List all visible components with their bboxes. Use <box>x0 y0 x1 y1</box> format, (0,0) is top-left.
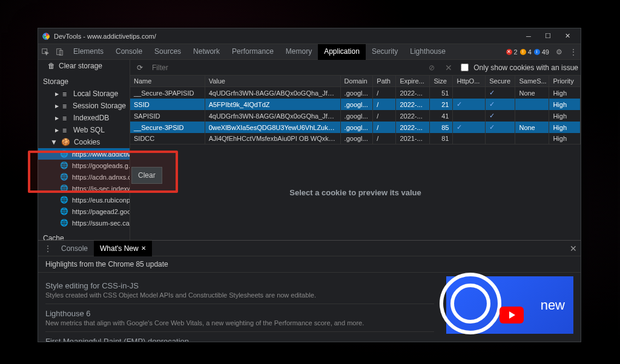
cell-name: SSID <box>130 99 205 110</box>
column-size[interactable]: Size <box>430 76 453 87</box>
cell-same <box>515 133 549 144</box>
column-expire[interactable]: Expire... <box>396 76 430 87</box>
tab-security[interactable]: Security <box>366 44 404 60</box>
column-domain[interactable]: Domain <box>340 76 373 87</box>
error-count: 2 <box>514 48 518 56</box>
video-thumbnail[interactable]: new <box>446 276 573 334</box>
column-value[interactable]: Value <box>205 76 340 87</box>
news-title: Style editing for CSS-in-JS <box>45 281 434 290</box>
cell-path: / <box>373 122 396 133</box>
storage-section[interactable]: Storage <box>38 76 130 88</box>
drawer-more-icon[interactable]: ⋮ <box>41 241 55 256</box>
cookie-origin[interactable]: 🌐 https://www.addictivet <box>38 148 130 160</box>
minimize-button[interactable]: ─ <box>519 29 538 44</box>
filter-input[interactable] <box>150 62 422 73</box>
cell-domain: .googl... <box>340 110 373 122</box>
delete-icon[interactable]: ✕ <box>441 60 456 75</box>
inspect-icon[interactable] <box>38 45 53 59</box>
tab-memory[interactable]: Memory <box>280 44 318 60</box>
only-issues-checkbox[interactable] <box>461 63 469 71</box>
column-sames[interactable]: SameS... <box>515 76 549 87</box>
cell-value: A5FPIbt9k_4IQdTdZ <box>205 99 340 110</box>
svg-point-7 <box>452 285 489 322</box>
column-path[interactable]: Path <box>373 76 396 87</box>
cell-priority: High <box>549 122 581 133</box>
cell-domain: .googl... <box>340 122 373 133</box>
cell-secure: ✓ <box>486 110 515 122</box>
cell-same <box>515 110 549 122</box>
cookie-origin[interactable]: 🌐 https://js-sec.indexww.c <box>38 183 130 194</box>
cookies-node[interactable]: ▼ 🍪 Cookies <box>38 136 130 148</box>
cache-section[interactable]: Cache <box>38 232 130 240</box>
column-priority[interactable]: Priority <box>549 76 581 87</box>
tab-performance[interactable]: Performance <box>226 44 280 60</box>
cell-priority: High <box>549 87 581 99</box>
drawer-close-icon[interactable]: ✕ <box>566 241 581 256</box>
news-item[interactable]: First Meaningful Paint (FMP) deprecation <box>45 332 434 342</box>
titlebar: DevTools - www.addictivetips.com/ ─ ☐ ✕ <box>38 28 581 44</box>
cookie-table-wrap: NameValueDomainPathExpire...SizeHttpO...… <box>130 76 581 144</box>
table-row[interactable]: SIDCCAJi4QfEhHCctVMsfexbAiu0PI OB WQxkNS… <box>130 133 581 144</box>
refresh-icon[interactable]: ⟳ <box>133 60 147 75</box>
column-httpo[interactable]: HttpO... <box>453 76 486 87</box>
cell-http: ✓ <box>453 99 486 110</box>
table-row[interactable]: __Secure-3PAPISID4qUDGrfn3WN-8AGG/ABQx0o… <box>130 87 581 99</box>
cell-size: 81 <box>430 133 453 144</box>
column-secure[interactable]: Secure <box>486 76 515 87</box>
table-row[interactable]: __Secure-3PSID0weXlBwXIa5esQDG8U3YewU6Vh… <box>130 122 581 133</box>
table-row[interactable]: SSIDA5FPIbt9k_4IQdTdZ.googl.../2022-...2… <box>130 99 581 110</box>
cell-size: 51 <box>430 87 453 99</box>
more-icon[interactable]: ⋮ <box>566 45 581 59</box>
settings-icon[interactable]: ⚙ <box>552 45 566 59</box>
tab-close-icon[interactable]: ✕ <box>141 245 146 252</box>
sidebar-item-session-storage[interactable]: ▸ ≡ Session Storage <box>38 100 130 112</box>
cookie-origin[interactable]: 🌐 https://googleads.g.do <box>38 160 130 171</box>
cell-domain: .googl... <box>340 133 373 144</box>
play-icon <box>500 307 524 323</box>
clear-filter-icon[interactable]: ⊘ <box>424 60 439 75</box>
info-indicator[interactable]: i49 <box>534 48 549 56</box>
device-icon[interactable] <box>53 45 67 59</box>
cell-expire: 2022-... <box>396 99 430 110</box>
cell-secure: ✓ <box>486 87 515 99</box>
cell-expire: 2022-... <box>396 87 430 99</box>
globe-icon: 🌐 <box>60 207 68 215</box>
close-button[interactable]: ✕ <box>558 29 577 44</box>
drawer-tab-what-s-new[interactable]: What's New✕ <box>94 241 152 256</box>
maximize-button[interactable]: ☐ <box>538 29 558 44</box>
column-name[interactable]: Name <box>130 76 205 87</box>
warning-indicator[interactable]: !4 <box>520 48 532 56</box>
sidebar-item-web-sql[interactable]: ▸ ≡ Web SQL <box>38 124 130 136</box>
tab-network[interactable]: Network <box>187 44 226 60</box>
main-toolbar: ElementsConsoleSourcesNetworkPerformance… <box>38 44 581 60</box>
cell-secure <box>486 133 515 144</box>
error-indicator[interactable]: ✕2 <box>506 48 518 56</box>
cell-path: / <box>373 87 396 99</box>
clear-storage[interactable]: 🗑Clear storage <box>38 60 130 72</box>
tab-elements[interactable]: Elements <box>67 44 110 60</box>
cookie-origin[interactable]: 🌐 https://acdn.adnxs.com <box>38 171 130 183</box>
chrome-icon <box>42 32 50 41</box>
cookie-origin[interactable]: 🌐 https://ssum-sec.casalem <box>38 217 130 229</box>
trash-icon: 🗑 <box>48 62 55 70</box>
tab-lighthouse[interactable]: Lighthouse <box>404 44 452 60</box>
drawer-tab-console[interactable]: Console <box>55 241 94 256</box>
cookie-origin[interactable]: 🌐 https://pagead2.googles <box>38 206 130 217</box>
sidebar-item-indexeddb[interactable]: ▸ ≡ IndexedDB <box>38 112 130 124</box>
db-icon: ≡ <box>62 102 69 109</box>
tab-sources[interactable]: Sources <box>148 44 187 60</box>
cell-path: / <box>373 99 396 110</box>
context-clear[interactable]: Clear <box>132 169 162 181</box>
news-item[interactable]: Style editing for CSS-in-JSStyles create… <box>45 276 434 304</box>
devtools-window: DevTools - www.addictivetips.com/ ─ ☐ ✕ … <box>38 28 581 342</box>
drawer-body: Style editing for CSS-in-JSStyles create… <box>38 273 581 342</box>
cookie-origin[interactable]: 🌐 https://eus.rubiconproje <box>38 194 130 206</box>
table-row[interactable]: SAPISID4qUDGrfn3WN-8AGG/ABQx0oGQha_JfR8D… <box>130 110 581 122</box>
drawer-tabbar: ⋮ ConsoleWhat's New✕ ✕ <box>38 241 581 256</box>
tab-console[interactable]: Console <box>110 44 148 60</box>
tab-application[interactable]: Application <box>318 44 366 60</box>
cell-size: 41 <box>430 110 453 122</box>
news-item[interactable]: Lighthouse 6New metrics that align with … <box>45 304 434 332</box>
sidebar-item-local-storage[interactable]: ▸ ≡ Local Storage <box>38 88 130 100</box>
news-desc: New metrics that align with Google's Cor… <box>45 319 434 327</box>
